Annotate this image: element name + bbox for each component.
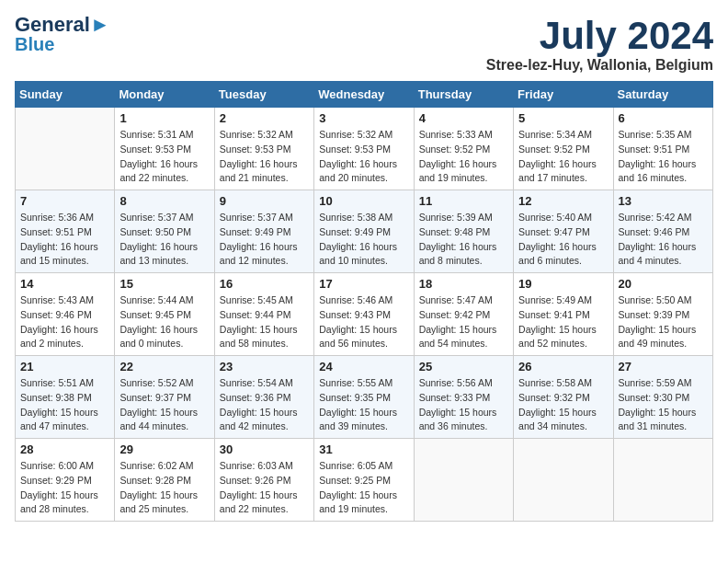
title-block: July 2024 Stree-lez-Huy, Wallonia, Belgi… [486, 15, 713, 74]
calendar-cell [514, 439, 613, 522]
day-info: Sunrise: 5:59 AMSunset: 9:30 PMDaylight:… [619, 376, 708, 434]
day-info: Sunrise: 5:52 AMSunset: 9:37 PMDaylight:… [119, 376, 209, 434]
calendar-cell: 30Sunrise: 6:03 AMSunset: 9:26 PMDayligh… [214, 439, 313, 522]
calendar-week-3: 14Sunrise: 5:43 AMSunset: 9:46 PMDayligh… [16, 273, 713, 356]
calendar-cell [414, 439, 513, 522]
day-info: Sunrise: 5:58 AMSunset: 9:32 PMDaylight:… [518, 376, 608, 434]
day-number: 16 [220, 277, 309, 291]
calendar-cell: 29Sunrise: 6:02 AMSunset: 9:28 PMDayligh… [115, 439, 214, 522]
calendar-cell: 19Sunrise: 5:49 AMSunset: 9:41 PMDayligh… [514, 273, 613, 356]
calendar-cell: 4Sunrise: 5:33 AMSunset: 9:52 PMDaylight… [414, 108, 513, 190]
day-number: 5 [518, 111, 608, 125]
day-info: Sunrise: 5:35 AMSunset: 9:51 PMDaylight:… [619, 128, 708, 186]
calendar-table: SundayMondayTuesdayWednesdayThursdayFrid… [15, 81, 713, 522]
calendar-cell: 15Sunrise: 5:44 AMSunset: 9:45 PMDayligh… [115, 273, 214, 356]
day-number: 1 [119, 111, 209, 125]
day-info: Sunrise: 5:56 AMSunset: 9:33 PMDaylight:… [419, 376, 508, 434]
day-number: 20 [619, 277, 708, 291]
day-number: 14 [20, 277, 109, 291]
calendar-cell: 2Sunrise: 5:32 AMSunset: 9:53 PMDaylight… [214, 108, 313, 190]
day-info: Sunrise: 5:37 AMSunset: 9:49 PMDaylight:… [220, 211, 309, 269]
calendar-cell: 26Sunrise: 5:58 AMSunset: 9:32 PMDayligh… [514, 356, 613, 439]
day-info: Sunrise: 5:33 AMSunset: 9:52 PMDaylight:… [419, 128, 508, 186]
day-number: 18 [419, 277, 508, 291]
day-number: 8 [119, 194, 209, 208]
header-day-tuesday: Tuesday [214, 82, 313, 108]
header-day-monday: Monday [115, 82, 214, 108]
calendar-cell [613, 439, 712, 522]
day-info: Sunrise: 5:51 AMSunset: 9:38 PMDaylight:… [20, 376, 109, 434]
header-day-friday: Friday [514, 82, 613, 108]
calendar-cell: 18Sunrise: 5:47 AMSunset: 9:42 PMDayligh… [414, 273, 513, 356]
day-info: Sunrise: 6:03 AMSunset: 9:26 PMDaylight:… [220, 459, 309, 517]
day-number: 30 [220, 442, 309, 456]
day-info: Sunrise: 6:02 AMSunset: 9:28 PMDaylight:… [119, 459, 209, 517]
day-info: Sunrise: 6:05 AMSunset: 9:25 PMDaylight:… [319, 459, 408, 517]
day-number: 2 [220, 111, 309, 125]
day-info: Sunrise: 5:38 AMSunset: 9:49 PMDaylight:… [319, 211, 408, 269]
calendar-cell: 11Sunrise: 5:39 AMSunset: 9:48 PMDayligh… [414, 190, 513, 273]
calendar-cell: 17Sunrise: 5:46 AMSunset: 9:43 PMDayligh… [314, 273, 414, 356]
day-info: Sunrise: 5:46 AMSunset: 9:43 PMDaylight:… [319, 293, 408, 351]
day-info: Sunrise: 5:32 AMSunset: 9:53 PMDaylight:… [319, 128, 408, 186]
calendar-cell: 9Sunrise: 5:37 AMSunset: 9:49 PMDaylight… [214, 190, 313, 273]
header-day-sunday: Sunday [16, 82, 115, 108]
header-day-thursday: Thursday [414, 82, 513, 108]
calendar-cell: 3Sunrise: 5:32 AMSunset: 9:53 PMDaylight… [314, 108, 414, 190]
day-number: 17 [319, 277, 408, 291]
calendar-cell: 10Sunrise: 5:38 AMSunset: 9:49 PMDayligh… [314, 190, 414, 273]
calendar-cell: 14Sunrise: 5:43 AMSunset: 9:46 PMDayligh… [16, 273, 115, 356]
day-info: Sunrise: 5:45 AMSunset: 9:44 PMDaylight:… [220, 293, 309, 351]
header-day-saturday: Saturday [613, 82, 712, 108]
day-number: 31 [319, 442, 408, 456]
day-info: Sunrise: 5:34 AMSunset: 9:52 PMDaylight:… [518, 128, 608, 186]
calendar-cell: 21Sunrise: 5:51 AMSunset: 9:38 PMDayligh… [16, 356, 115, 439]
day-number: 3 [319, 111, 408, 125]
day-info: Sunrise: 5:42 AMSunset: 9:46 PMDaylight:… [619, 211, 708, 269]
day-info: Sunrise: 5:31 AMSunset: 9:53 PMDaylight:… [119, 128, 209, 186]
day-info: Sunrise: 5:32 AMSunset: 9:53 PMDaylight:… [220, 128, 309, 186]
day-number: 27 [619, 360, 708, 373]
day-number: 26 [518, 360, 608, 373]
day-number: 25 [419, 360, 508, 373]
calendar-cell: 12Sunrise: 5:40 AMSunset: 9:47 PMDayligh… [514, 190, 613, 273]
day-info: Sunrise: 5:49 AMSunset: 9:41 PMDaylight:… [518, 293, 608, 351]
day-number: 29 [119, 442, 209, 456]
day-number: 28 [20, 442, 109, 456]
calendar-week-4: 21Sunrise: 5:51 AMSunset: 9:38 PMDayligh… [16, 356, 713, 439]
logo: General► Blue [15, 15, 110, 53]
calendar-header-row: SundayMondayTuesdayWednesdayThursdayFrid… [16, 82, 713, 108]
day-info: Sunrise: 5:54 AMSunset: 9:36 PMDaylight:… [220, 376, 309, 434]
calendar-cell: 6Sunrise: 5:35 AMSunset: 9:51 PMDaylight… [613, 108, 712, 190]
calendar-cell: 22Sunrise: 5:52 AMSunset: 9:37 PMDayligh… [115, 356, 214, 439]
location-title: Stree-lez-Huy, Wallonia, Belgium [486, 57, 713, 74]
day-number: 11 [419, 194, 508, 208]
calendar-cell: 20Sunrise: 5:50 AMSunset: 9:39 PMDayligh… [613, 273, 712, 356]
calendar-cell: 27Sunrise: 5:59 AMSunset: 9:30 PMDayligh… [613, 356, 712, 439]
day-number: 6 [619, 111, 708, 125]
calendar-cell: 28Sunrise: 6:00 AMSunset: 9:29 PMDayligh… [16, 439, 115, 522]
logo-text: General► [15, 15, 110, 35]
day-number: 24 [319, 360, 408, 373]
day-number: 10 [319, 194, 408, 208]
day-number: 19 [518, 277, 608, 291]
day-info: Sunrise: 5:40 AMSunset: 9:47 PMDaylight:… [518, 211, 608, 269]
calendar-cell: 8Sunrise: 5:37 AMSunset: 9:50 PMDaylight… [115, 190, 214, 273]
calendar-cell: 7Sunrise: 5:36 AMSunset: 9:51 PMDaylight… [16, 190, 115, 273]
calendar-cell: 1Sunrise: 5:31 AMSunset: 9:53 PMDaylight… [115, 108, 214, 190]
calendar-body: 1Sunrise: 5:31 AMSunset: 9:53 PMDaylight… [16, 108, 713, 522]
day-info: Sunrise: 5:36 AMSunset: 9:51 PMDaylight:… [20, 211, 109, 269]
day-number: 4 [419, 111, 508, 125]
day-number: 12 [518, 194, 608, 208]
calendar-week-1: 1Sunrise: 5:31 AMSunset: 9:53 PMDaylight… [16, 108, 713, 190]
calendar-cell: 13Sunrise: 5:42 AMSunset: 9:46 PMDayligh… [613, 190, 712, 273]
calendar-cell: 5Sunrise: 5:34 AMSunset: 9:52 PMDaylight… [514, 108, 613, 190]
day-info: Sunrise: 5:39 AMSunset: 9:48 PMDaylight:… [419, 211, 508, 269]
header-day-wednesday: Wednesday [314, 82, 414, 108]
day-number: 23 [220, 360, 309, 373]
day-info: Sunrise: 5:44 AMSunset: 9:45 PMDaylight:… [119, 293, 209, 351]
day-number: 22 [119, 360, 209, 373]
day-info: Sunrise: 5:43 AMSunset: 9:46 PMDaylight:… [20, 293, 109, 351]
day-info: Sunrise: 5:37 AMSunset: 9:50 PMDaylight:… [119, 211, 209, 269]
day-number: 15 [119, 277, 209, 291]
